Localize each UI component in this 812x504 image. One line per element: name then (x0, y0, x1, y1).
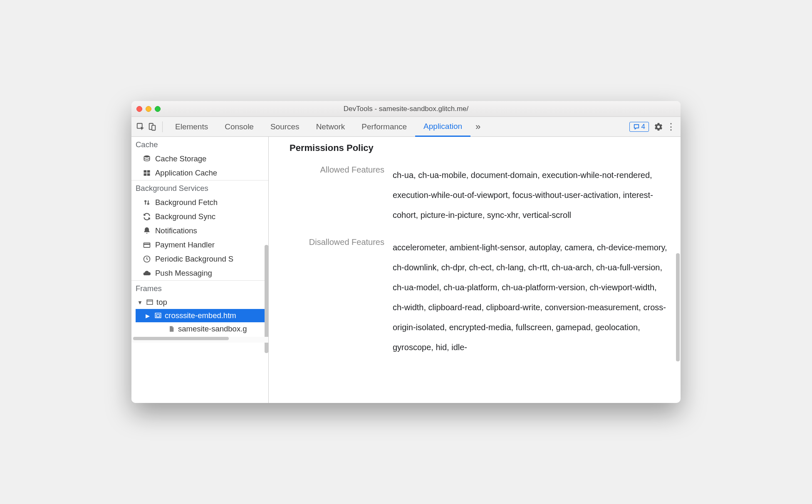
svg-rect-2 (152, 125, 155, 130)
tree-item-samesite-sandbox[interactable]: samesite-sandbox.g (136, 322, 268, 336)
sidebar-item-label: Push Messaging (155, 269, 212, 278)
tab-application[interactable]: Application (415, 117, 470, 137)
sidebar-item-label: Notifications (155, 226, 197, 235)
tree-item-top[interactable]: ▼ top (136, 296, 268, 309)
sidebar-item-periodic-background-sync[interactable]: Periodic Background S (131, 252, 268, 266)
sync-icon (142, 212, 151, 221)
tree-item-crosssite-embed[interactable]: ▶ crosssite-embed.htm (136, 309, 268, 322)
section-cache: Cache (131, 137, 268, 152)
main-panel[interactable]: Permissions Policy Allowed Features ch-u… (269, 137, 681, 403)
disclosure-closed-icon[interactable]: ▶ (146, 313, 151, 319)
more-options-icon[interactable]: ⋮ (665, 121, 677, 132)
application-sidebar[interactable]: Cache Cache Storage Application Cache Ba… (131, 137, 269, 403)
grid-icon (142, 169, 151, 177)
window-title: DevTools - samesite-sandbox.glitch.me/ (131, 105, 681, 113)
tab-performance[interactable]: Performance (353, 117, 415, 136)
file-icon (167, 325, 176, 333)
row-value: accelerometer, ambient-light-sensor, aut… (393, 237, 668, 357)
database-icon (142, 155, 151, 163)
svg-point-3 (144, 156, 149, 158)
sidebar-item-label: Background Fetch (155, 198, 218, 207)
messages-count: 4 (641, 123, 645, 131)
bell-icon (142, 227, 151, 235)
sidebar-item-label: Application Cache (155, 168, 217, 178)
row-allowed-features: Allowed Features ch-ua, ch-ua-mobile, do… (290, 165, 668, 225)
devtools-toolbar: Elements Console Sources Network Perform… (131, 117, 681, 137)
sidebar-item-payment-handler[interactable]: Payment Handler (131, 238, 268, 252)
updown-icon (142, 198, 151, 207)
minimize-window-button[interactable] (146, 106, 151, 112)
titlebar: DevTools - samesite-sandbox.glitch.me/ (131, 101, 681, 117)
clock-icon (142, 255, 151, 263)
row-label: Disallowed Features (290, 237, 393, 357)
window-icon (146, 299, 154, 306)
tab-sources[interactable]: Sources (262, 117, 308, 136)
messages-badge[interactable]: 4 (629, 122, 649, 132)
sidebar-item-application-cache[interactable]: Application Cache (131, 166, 268, 180)
panel-heading: Permissions Policy (290, 143, 668, 153)
device-toggle-icon[interactable] (146, 122, 158, 131)
frames-tree: ▼ top ▶ crosssite-embed.htm (131, 296, 268, 336)
more-tabs-button[interactable]: » (470, 117, 485, 136)
main-scrollbar[interactable] (676, 253, 680, 361)
toolbar-divider (162, 121, 163, 132)
svg-rect-11 (147, 300, 153, 304)
card-icon (142, 241, 151, 249)
row-label: Allowed Features (290, 165, 393, 225)
close-window-button[interactable] (136, 106, 142, 112)
sidebar-item-push-messaging[interactable]: Push Messaging (131, 266, 268, 280)
tab-network[interactable]: Network (308, 117, 354, 136)
devtools-body: Cache Cache Storage Application Cache Ba… (131, 137, 681, 403)
sidebar-item-label: Payment Handler (155, 240, 215, 250)
devtools-window: DevTools - samesite-sandbox.glitch.me/ E… (131, 101, 681, 403)
embed-icon (154, 312, 162, 319)
svg-rect-14 (156, 315, 160, 317)
row-disallowed-features: Disallowed Features accelerometer, ambie… (290, 237, 668, 357)
inspect-element-icon[interactable] (135, 122, 146, 131)
sidebar-item-cache-storage[interactable]: Cache Storage (131, 152, 268, 166)
row-value: ch-ua, ch-ua-mobile, document-domain, ex… (393, 165, 668, 225)
svg-rect-6 (144, 173, 147, 176)
zoom-window-button[interactable] (155, 106, 161, 112)
svg-rect-5 (147, 170, 150, 173)
section-frames: Frames (131, 280, 268, 296)
tab-elements[interactable]: Elements (167, 117, 216, 136)
sidebar-item-label: Cache Storage (155, 154, 206, 163)
svg-rect-7 (147, 173, 150, 176)
tree-item-label: samesite-sandbox.g (178, 324, 247, 334)
sidebar-item-label: Periodic Background S (155, 254, 233, 264)
disclosure-open-icon[interactable]: ▼ (137, 299, 143, 306)
tree-item-label: crosssite-embed.htm (165, 311, 236, 320)
settings-icon[interactable] (652, 122, 665, 131)
sidebar-item-label: Background Sync (155, 212, 215, 221)
section-background-services: Background Services (131, 180, 268, 195)
sidebar-item-background-fetch[interactable]: Background Fetch (131, 195, 268, 210)
cloud-icon (142, 269, 151, 277)
sidebar-item-notifications[interactable]: Notifications (131, 224, 268, 238)
tab-console[interactable]: Console (216, 117, 262, 136)
sidebar-hscrollbar[interactable] (131, 337, 268, 343)
svg-rect-8 (144, 243, 150, 247)
traffic-lights (136, 106, 161, 112)
svg-rect-4 (144, 170, 147, 173)
tree-item-label: top (156, 298, 167, 307)
sidebar-item-background-sync[interactable]: Background Sync (131, 210, 268, 224)
